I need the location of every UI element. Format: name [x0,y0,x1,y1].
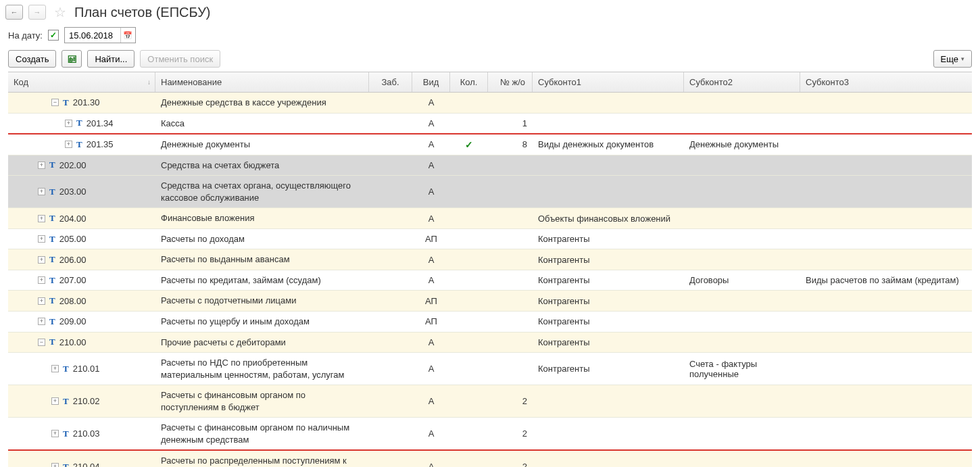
nav-back-button[interactable]: ← [5,5,23,20]
col-header-code[interactable]: Код↓ [8,72,155,92]
cell-kol [450,270,488,291]
table-row[interactable]: +Т202.00Средства на счетах бюджетаА [8,155,972,176]
cell-s2 [684,451,800,467]
nav-forward-button[interactable]: → [28,5,46,20]
cell-code: +Т209.00 [8,312,155,332]
col-header-vid[interactable]: Вид [412,72,450,92]
cell-name: Касса [155,114,369,134]
table-header: Код↓ Наименование Заб. Вид Кол. № ж/о Су… [8,72,972,93]
cell-code: +Т210.02 [8,385,155,417]
table-row[interactable]: +Т203.00Средства на счетах органа, осуще… [8,176,972,208]
account-code: 206.00 [59,255,87,265]
tree-expander-icon[interactable]: + [51,365,59,372]
cell-zab [369,353,412,385]
cell-s3 [800,208,972,228]
table-row[interactable]: +Т210.03Расчеты с финансовым органом по … [8,418,972,451]
tree-expander-icon[interactable]: + [38,162,45,169]
cell-s2 [684,385,800,417]
table-row[interactable]: +Т201.34КассаА1 [8,114,972,135]
col-header-s1[interactable]: Субконто1 [533,72,684,92]
cell-s3 [800,291,972,311]
table-row[interactable]: −Т201.30Денежные средства в кассе учрежд… [8,93,972,114]
tree-expander-icon[interactable]: + [38,215,45,222]
tree-expander-icon[interactable]: + [65,141,72,148]
account-code: 203.00 [59,187,87,197]
col-header-kol[interactable]: Кол. [450,72,488,92]
find-button[interactable]: Найти... [87,50,134,68]
cell-code: −Т201.30 [8,93,155,113]
tree-expander-icon[interactable]: + [38,318,45,325]
account-code: 210.01 [73,364,100,374]
cell-name: Денежные средства в кассе учреждения [155,93,369,113]
col-header-s3[interactable]: Субконто3 [800,72,972,92]
favorite-star-icon[interactable]: ☆ [54,4,66,20]
cell-zab [369,291,412,311]
cell-num [488,270,533,291]
cell-zab [369,418,412,449]
cell-zab [369,312,412,332]
col-header-s2[interactable]: Субконто2 [684,72,800,92]
cell-s1 [533,176,684,207]
cell-num [488,208,533,228]
col-header-zab[interactable]: Заб. [369,72,412,92]
account-code: 207.00 [59,275,87,285]
cell-num: 2 [488,418,533,449]
table-row[interactable]: +Т207.00Расчеты по кредитам, займам (ссу… [8,270,972,291]
col-header-num[interactable]: № ж/о [488,72,533,92]
tree-expander-icon[interactable]: + [38,276,45,284]
tree-expander-icon[interactable]: + [38,235,45,243]
table-row[interactable]: −Т210.00Прочие расчеты с дебиторамиАКонт… [8,333,972,353]
more-button[interactable]: Еще▾ [933,50,972,68]
cell-s1: Контрагенты [533,333,684,353]
cell-s1 [533,418,684,449]
cell-num: 2 [488,451,533,467]
tree-expander-icon[interactable]: − [38,339,45,346]
cell-num [488,249,533,270]
table-row[interactable]: +Т209.00Расчеты по ущербу и иным доходам… [8,312,972,333]
cell-s1: Виды денежных документов [533,134,684,155]
account-type-icon: Т [49,254,55,265]
account-type-icon: Т [49,316,55,327]
table-row[interactable]: +Т210.02Расчеты с финансовым органом по … [8,385,972,418]
cell-name: Прочие расчеты с дебиторами [155,333,369,353]
cell-num [488,155,533,176]
cell-s2 [684,418,800,449]
cell-code: +Т203.00 [8,176,155,207]
cell-vid: АП [412,291,450,311]
tree-expander-icon[interactable]: + [38,256,45,264]
cell-s2 [684,208,800,228]
table-row[interactable]: +Т204.00Финансовые вложенияАОбъекты фина… [8,208,972,229]
account-code: 205.00 [59,234,87,244]
table-row[interactable]: +Т206.00Расчеты по выданным авансамАКонт… [8,249,972,270]
cell-code: +Т201.35 [8,134,155,155]
tree-expander-icon[interactable]: + [51,430,59,437]
refresh-button[interactable]: 🗟 [62,50,82,68]
cell-code: +Т202.00 [8,155,155,176]
cell-s3: Виды расчетов по займам (кредитам) [800,270,972,291]
cell-code: +Т210.01 [8,353,155,385]
tree-expander-icon[interactable]: + [51,397,59,405]
tree-expander-icon[interactable]: + [65,120,72,127]
table-row[interactable]: +Т210.01Расчеты по НДС по приобретенным … [8,353,972,385]
cell-s2 [684,114,800,134]
col-header-name[interactable]: Наименование [155,72,369,92]
account-type-icon: Т [63,428,69,439]
table-row[interactable]: +Т205.00Расчеты по доходамАПКонтрагенты [8,229,972,250]
date-filter-checkbox[interactable]: ✓ [48,30,59,41]
tree-expander-icon[interactable]: − [51,99,59,106]
cell-name: Средства на счетах органа, осуществляюще… [155,176,369,207]
tree-expander-icon[interactable]: + [38,188,45,195]
table-row[interactable]: +Т201.35Денежные документыА✓8Виды денежн… [8,134,972,155]
create-button[interactable]: Создать [8,50,56,68]
cell-num: 8 [488,134,533,155]
date-input[interactable] [65,30,120,41]
cell-vid: АП [412,229,450,249]
cell-vid: А [412,249,450,270]
calendar-icon[interactable]: 📅 [120,28,135,43]
cancel-search-button[interactable]: Отменить поиск [140,50,220,68]
tree-expander-icon[interactable]: + [51,463,59,467]
table-row[interactable]: +Т210.04Расчеты по распределенным поступ… [8,451,972,467]
account-type-icon: Т [63,97,69,108]
tree-expander-icon[interactable]: + [38,297,45,305]
table-row[interactable]: +Т208.00Расчеты с подотчетными лицамиАПК… [8,291,972,312]
